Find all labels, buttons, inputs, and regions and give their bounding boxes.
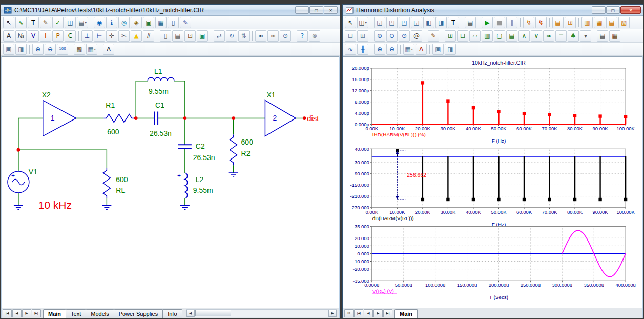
new-page-icon[interactable]: ▯ <box>160 30 171 42</box>
schematic-tab-text[interactable]: Text <box>66 309 86 318</box>
scale-mode-icon[interactable]: ◱ <box>374 17 385 28</box>
inductor-l1[interactable] <box>148 77 174 81</box>
stem-marker[interactable] <box>523 198 526 201</box>
analysis-icon[interactable]: ◉ <box>94 17 105 28</box>
stop-icon[interactable]: ⊗ <box>309 30 320 42</box>
first-tab-button[interactable]: |◀ <box>3 309 12 317</box>
prev-tab-button[interactable]: ◀ <box>12 309 22 317</box>
watch-icon[interactable]: ⊞ <box>565 17 576 28</box>
schematic-window-titlebar[interactable]: C:\MC11\DATA\Petrov\Tests\10kHz-notch-fi… <box>1 5 340 16</box>
properties-icon[interactable]: ▤ <box>465 17 476 28</box>
grid-display-icon[interactable]: ▦▾ <box>86 44 97 55</box>
wire-mode-icon[interactable]: ∿ <box>15 17 27 28</box>
point-tag-icon[interactable]: ◳ <box>399 17 410 28</box>
animate-icon[interactable]: ◈ <box>131 17 142 28</box>
stem-marker[interactable] <box>497 110 500 113</box>
calendar-icon[interactable]: ▦ <box>609 30 620 42</box>
stem-marker[interactable] <box>573 198 576 201</box>
close-button[interactable]: ✕ <box>620 6 641 14</box>
node-numbers-icon[interactable]: № <box>15 30 27 42</box>
find-icon[interactable]: ∞ <box>255 30 266 42</box>
stem-marker[interactable] <box>421 198 424 201</box>
vertical-tag-icon[interactable]: ◧ <box>423 17 434 28</box>
y-grids-icon[interactable]: ⊟ <box>457 30 468 42</box>
x-grids-icon[interactable]: ⊞ <box>445 30 456 42</box>
first-tab-button[interactable]: |◀ <box>354 309 363 317</box>
edit-plot-icon[interactable]: ✎ <box>428 30 439 42</box>
stem-marker[interactable] <box>598 198 601 201</box>
scroll-track[interactable] <box>195 310 328 317</box>
copy-page-icon[interactable]: ▣ <box>3 44 14 55</box>
stem-marker[interactable] <box>573 114 576 117</box>
copy-window-icon[interactable]: ◨ <box>445 44 456 55</box>
document-icon[interactable]: ▯ <box>168 17 179 28</box>
trace-expression[interactable]: V(RL) (V) <box>372 288 394 294</box>
power-display-icon[interactable]: P <box>52 30 64 42</box>
horizontal-tag-icon[interactable]: ◲ <box>411 17 422 28</box>
log-x-icon[interactable]: ▥ <box>482 30 493 42</box>
stem-marker[interactable] <box>421 81 424 84</box>
title-block-icon[interactable]: ▣ <box>197 30 208 42</box>
data-points-toggle-icon[interactable]: ∿ <box>345 44 356 55</box>
trace-expression[interactable]: IHD(HARM(V(RL))) (%) <box>372 132 426 137</box>
opamp-x2[interactable] <box>43 101 76 136</box>
text-mode-icon[interactable]: T <box>28 17 39 28</box>
run-icon[interactable]: ▶ <box>482 17 493 28</box>
pin-names-icon[interactable]: ⊢ <box>94 30 105 42</box>
resistor-r2[interactable] <box>230 134 237 165</box>
probe-icon[interactable]: ▣ <box>143 17 154 28</box>
linear-x-icon[interactable]: ▱ <box>469 30 481 42</box>
schematic-tab-main[interactable]: Main <box>43 309 66 318</box>
stem-marker[interactable] <box>446 99 449 103</box>
data-points-icon[interactable]: ▥ <box>581 17 593 28</box>
zoom-in-icon[interactable]: ⊕ <box>32 44 44 55</box>
inductor-l2[interactable] <box>185 173 188 198</box>
component-icon[interactable]: ◫ <box>65 17 76 28</box>
help-icon[interactable]: ? <box>297 30 308 42</box>
linear-y-icon[interactable]: ▢ <box>494 30 505 42</box>
flip-icon[interactable]: ⇅ <box>238 30 250 42</box>
zoom-out-icon[interactable]: ⊖ <box>45 44 56 55</box>
stem-marker[interactable] <box>523 112 526 115</box>
log-y-icon[interactable]: ▤ <box>506 30 517 42</box>
close-button[interactable]: ✕ <box>324 6 338 14</box>
dynamic-dc-icon[interactable]: ↯ <box>535 17 547 28</box>
grid-display-icon[interactable]: ▦▾ <box>403 44 414 55</box>
mirror-icon[interactable]: ⇄ <box>214 30 225 42</box>
resistor-r1[interactable] <box>103 114 134 123</box>
capacitor-c1[interactable] <box>154 112 158 125</box>
cursor-mode-icon[interactable]: ◰ <box>386 17 398 28</box>
color-dropdown-icon[interactable]: ▾ <box>580 30 591 42</box>
border-icon[interactable]: ⊡ <box>184 30 196 42</box>
copy-graph-icon[interactable]: ▣ <box>432 44 444 55</box>
font-icon[interactable]: A <box>103 44 114 55</box>
ruler-icon[interactable]: ▤ <box>606 17 617 28</box>
cross-hair-icon[interactable]: ✛ <box>106 30 117 42</box>
attribute-text-icon[interactable]: A <box>3 30 14 42</box>
zoom-in-icon[interactable]: ⊕ <box>374 30 385 42</box>
next-tab-button[interactable]: ▶ <box>373 309 383 317</box>
find-part-icon[interactable]: ▤▾ <box>77 17 88 28</box>
baseline-icon[interactable]: ▧ <box>618 17 630 28</box>
grid-icon[interactable]: # <box>143 30 154 42</box>
repeat-find-icon[interactable]: ∞ <box>267 30 279 42</box>
zoom-100-icon[interactable]: 100 <box>57 44 68 55</box>
notes-icon[interactable]: ✎ <box>180 17 191 28</box>
go-to-x-icon[interactable]: @ <box>411 30 422 42</box>
cut-icon[interactable]: ✂ <box>118 30 130 42</box>
cursor-lines-icon[interactable]: ╫ <box>357 44 368 55</box>
zoom-region-icon[interactable]: ⊙ <box>399 30 410 42</box>
condition-display-icon[interactable]: C <box>65 30 76 42</box>
stem-marker[interactable] <box>624 198 627 201</box>
plot-page-icon[interactable]: ▦ <box>155 17 167 28</box>
text-mode-icon[interactable]: T <box>448 17 459 28</box>
zoom-area-icon[interactable]: ⊙ <box>280 30 291 42</box>
dynamic-ac-icon[interactable]: ↯ <box>523 17 534 28</box>
pin-connections-icon[interactable]: ⊥ <box>81 30 93 42</box>
splitter-button[interactable]: ⊟ <box>344 309 354 317</box>
font-icon[interactable]: A <box>416 44 427 55</box>
numeric-output-icon[interactable]: ▤ <box>552 17 564 28</box>
current-display-icon[interactable]: I <box>40 30 51 42</box>
help-mode-icon[interactable]: ◎ <box>118 17 130 28</box>
page-setup-icon[interactable]: ▤ <box>172 30 183 42</box>
